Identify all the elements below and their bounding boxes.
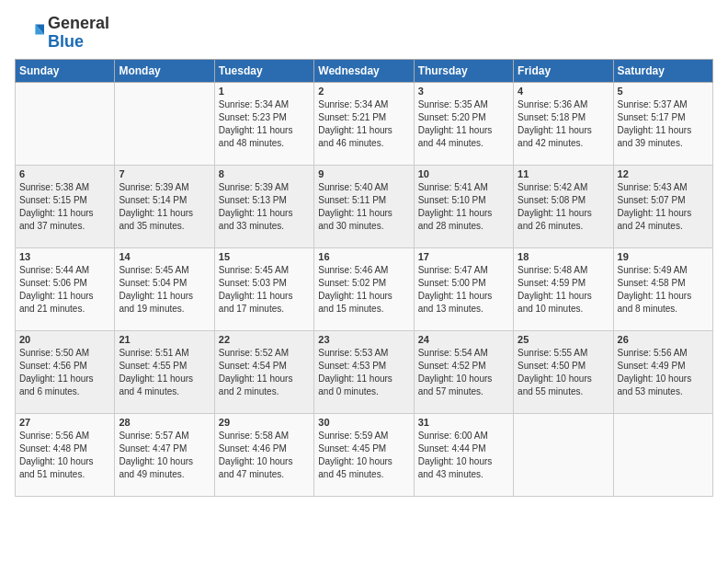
day-number: 31 (418, 417, 509, 428)
calendar-table: SundayMondayTuesdayWednesdayThursdayFrid… (15, 59, 713, 497)
day-of-week-header: Friday (514, 59, 613, 82)
calendar-cell: 21Sunrise: 5:51 AM Sunset: 4:55 PM Dayli… (115, 330, 214, 413)
calendar-cell: 16Sunrise: 5:46 AM Sunset: 5:02 PM Dayli… (314, 247, 414, 330)
day-info: Sunrise: 5:39 AM Sunset: 5:14 PM Dayligh… (119, 181, 210, 233)
calendar-cell: 25Sunrise: 5:55 AM Sunset: 4:50 PM Dayli… (514, 330, 613, 413)
calendar-cell: 6Sunrise: 5:38 AM Sunset: 5:15 PM Daylig… (16, 165, 115, 247)
day-number: 20 (19, 334, 110, 345)
header-row: SundayMondayTuesdayWednesdayThursdayFrid… (16, 59, 713, 82)
calendar-cell: 15Sunrise: 5:45 AM Sunset: 5:03 PM Dayli… (214, 247, 313, 330)
day-info: Sunrise: 5:39 AM Sunset: 5:13 PM Dayligh… (219, 181, 310, 233)
day-number: 1 (219, 86, 310, 97)
calendar-cell: 23Sunrise: 5:53 AM Sunset: 4:53 PM Dayli… (314, 330, 414, 413)
calendar-body: 1Sunrise: 5:34 AM Sunset: 5:23 PM Daylig… (16, 82, 713, 496)
calendar-cell: 8Sunrise: 5:39 AM Sunset: 5:13 PM Daylig… (214, 165, 313, 247)
logo-icon (15, 18, 44, 48)
calendar-header: SundayMondayTuesdayWednesdayThursdayFrid… (16, 59, 713, 82)
logo: General Blue (15, 15, 109, 52)
day-number: 11 (518, 168, 609, 179)
calendar-week-row: 1Sunrise: 5:34 AM Sunset: 5:23 PM Daylig… (16, 82, 713, 165)
calendar-cell (613, 413, 712, 496)
day-info: Sunrise: 5:41 AM Sunset: 5:10 PM Dayligh… (418, 181, 509, 233)
day-info: Sunrise: 5:59 AM Sunset: 4:45 PM Dayligh… (318, 430, 409, 481)
calendar-week-row: 20Sunrise: 5:50 AM Sunset: 4:56 PM Dayli… (16, 330, 713, 413)
calendar-cell: 27Sunrise: 5:56 AM Sunset: 4:48 PM Dayli… (16, 413, 115, 496)
calendar-cell: 12Sunrise: 5:43 AM Sunset: 5:07 PM Dayli… (613, 165, 712, 247)
calendar-cell: 24Sunrise: 5:54 AM Sunset: 4:52 PM Dayli… (414, 330, 513, 413)
day-number: 18 (518, 251, 609, 262)
day-of-week-header: Sunday (16, 59, 115, 82)
day-number: 23 (318, 334, 409, 345)
day-info: Sunrise: 5:53 AM Sunset: 4:53 PM Dayligh… (318, 347, 409, 398)
day-info: Sunrise: 5:46 AM Sunset: 5:02 PM Dayligh… (318, 264, 409, 316)
calendar-week-row: 13Sunrise: 5:44 AM Sunset: 5:06 PM Dayli… (16, 247, 713, 330)
day-number: 21 (119, 334, 210, 345)
day-of-week-header: Thursday (414, 59, 513, 82)
calendar-cell: 31Sunrise: 6:00 AM Sunset: 4:44 PM Dayli… (414, 413, 513, 496)
day-of-week-header: Monday (115, 59, 214, 82)
calendar-cell: 26Sunrise: 5:56 AM Sunset: 4:49 PM Dayli… (613, 330, 712, 413)
day-info: Sunrise: 5:51 AM Sunset: 4:55 PM Dayligh… (119, 347, 210, 398)
page-header: General Blue (15, 15, 713, 52)
day-info: Sunrise: 5:48 AM Sunset: 4:59 PM Dayligh… (518, 264, 609, 316)
day-info: Sunrise: 5:34 AM Sunset: 5:21 PM Dayligh… (318, 98, 409, 150)
calendar-cell: 1Sunrise: 5:34 AM Sunset: 5:23 PM Daylig… (214, 82, 313, 165)
day-info: Sunrise: 5:42 AM Sunset: 5:08 PM Dayligh… (518, 181, 609, 233)
day-info: Sunrise: 5:45 AM Sunset: 5:03 PM Dayligh… (219, 264, 310, 316)
day-info: Sunrise: 5:56 AM Sunset: 4:48 PM Dayligh… (19, 430, 110, 481)
day-info: Sunrise: 6:00 AM Sunset: 4:44 PM Dayligh… (418, 430, 509, 481)
calendar-cell: 4Sunrise: 5:36 AM Sunset: 5:18 PM Daylig… (514, 82, 613, 165)
calendar-cell (115, 82, 214, 165)
day-info: Sunrise: 5:58 AM Sunset: 4:46 PM Dayligh… (219, 430, 310, 481)
calendar-cell: 28Sunrise: 5:57 AM Sunset: 4:47 PM Dayli… (115, 413, 214, 496)
day-info: Sunrise: 5:44 AM Sunset: 5:06 PM Dayligh… (19, 264, 110, 316)
calendar-cell: 17Sunrise: 5:47 AM Sunset: 5:00 PM Dayli… (414, 247, 513, 330)
day-info: Sunrise: 5:52 AM Sunset: 4:54 PM Dayligh… (219, 347, 310, 398)
day-number: 22 (219, 334, 310, 345)
day-number: 3 (418, 86, 509, 97)
calendar-cell: 13Sunrise: 5:44 AM Sunset: 5:06 PM Dayli… (16, 247, 115, 330)
day-info: Sunrise: 5:55 AM Sunset: 4:50 PM Dayligh… (518, 347, 609, 398)
day-number: 16 (318, 251, 409, 262)
day-number: 12 (618, 168, 709, 179)
day-number: 5 (618, 86, 709, 97)
day-number: 17 (418, 251, 509, 262)
day-number: 14 (119, 251, 210, 262)
day-info: Sunrise: 5:43 AM Sunset: 5:07 PM Dayligh… (618, 181, 709, 233)
day-info: Sunrise: 5:56 AM Sunset: 4:49 PM Dayligh… (618, 347, 709, 398)
day-of-week-header: Tuesday (214, 59, 313, 82)
day-number: 25 (518, 334, 609, 345)
logo-text: General Blue (48, 15, 109, 52)
calendar-cell: 18Sunrise: 5:48 AM Sunset: 4:59 PM Dayli… (514, 247, 613, 330)
calendar-cell: 10Sunrise: 5:41 AM Sunset: 5:10 PM Dayli… (414, 165, 513, 247)
calendar-cell: 2Sunrise: 5:34 AM Sunset: 5:21 PM Daylig… (314, 82, 414, 165)
day-number: 19 (618, 251, 709, 262)
day-info: Sunrise: 5:35 AM Sunset: 5:20 PM Dayligh… (418, 98, 509, 150)
day-info: Sunrise: 5:57 AM Sunset: 4:47 PM Dayligh… (119, 430, 210, 481)
day-info: Sunrise: 5:47 AM Sunset: 5:00 PM Dayligh… (418, 264, 509, 316)
calendar-week-row: 6Sunrise: 5:38 AM Sunset: 5:15 PM Daylig… (16, 165, 713, 247)
day-info: Sunrise: 5:34 AM Sunset: 5:23 PM Dayligh… (219, 98, 310, 150)
day-number: 2 (318, 86, 409, 97)
day-info: Sunrise: 5:37 AM Sunset: 5:17 PM Dayligh… (618, 98, 709, 150)
calendar-cell: 9Sunrise: 5:40 AM Sunset: 5:11 PM Daylig… (314, 165, 414, 247)
day-info: Sunrise: 5:50 AM Sunset: 4:56 PM Dayligh… (19, 347, 110, 398)
day-number: 24 (418, 334, 509, 345)
calendar-week-row: 27Sunrise: 5:56 AM Sunset: 4:48 PM Dayli… (16, 413, 713, 496)
day-number: 4 (518, 86, 609, 97)
day-number: 6 (19, 168, 110, 179)
day-info: Sunrise: 5:38 AM Sunset: 5:15 PM Dayligh… (19, 181, 110, 233)
calendar-cell: 3Sunrise: 5:35 AM Sunset: 5:20 PM Daylig… (414, 82, 513, 165)
day-of-week-header: Saturday (613, 59, 712, 82)
day-of-week-header: Wednesday (314, 59, 414, 82)
calendar-cell: 22Sunrise: 5:52 AM Sunset: 4:54 PM Dayli… (214, 330, 313, 413)
calendar-cell: 29Sunrise: 5:58 AM Sunset: 4:46 PM Dayli… (214, 413, 313, 496)
day-number: 13 (19, 251, 110, 262)
calendar-cell: 14Sunrise: 5:45 AM Sunset: 5:04 PM Dayli… (115, 247, 214, 330)
day-info: Sunrise: 5:49 AM Sunset: 4:58 PM Dayligh… (618, 264, 709, 316)
day-number: 27 (19, 417, 110, 428)
day-number: 8 (219, 168, 310, 179)
calendar-cell: 7Sunrise: 5:39 AM Sunset: 5:14 PM Daylig… (115, 165, 214, 247)
calendar-cell (16, 82, 115, 165)
day-number: 15 (219, 251, 310, 262)
